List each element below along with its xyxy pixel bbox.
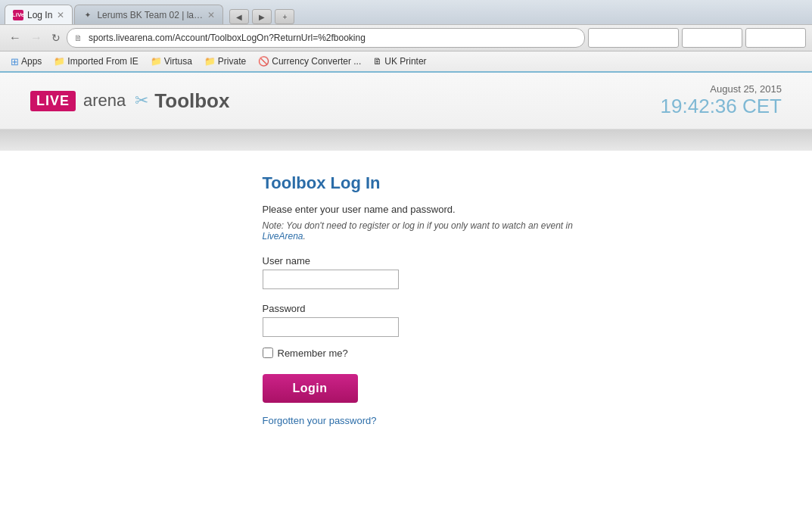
forward-button[interactable]: → (27, 30, 45, 46)
remember-label[interactable]: Remember me? (278, 348, 348, 359)
login-note-text: Note: You don't need to register or log … (263, 220, 573, 242)
crowd-silhouette (0, 469, 812, 474)
tab-favicon-lerums: ✦ (82, 10, 93, 20)
tab-close-lerums[interactable]: ✕ (207, 10, 215, 20)
folder-icon-imported: 📁 (54, 56, 65, 67)
username-group: User name (263, 255, 596, 289)
login-button[interactable]: Login (263, 374, 358, 403)
bookmark-private[interactable]: 📁 Private (200, 55, 250, 68)
tab-label-login: Log In (27, 10, 52, 20)
scissors-icon: ✂ (135, 91, 148, 111)
main-area: Toolbox Log In Please enter your user na… (0, 151, 812, 454)
tab-login[interactable]: LiVe Log In ✕ (5, 5, 73, 24)
bookmark-virtusa-label: Virtusa (164, 56, 192, 67)
logo-arena: arena (83, 91, 126, 111)
forgot-password-link[interactable]: Forgotten your password? (263, 415, 596, 426)
url-input[interactable] (67, 28, 585, 48)
folder-icon-virtusa: 📁 (151, 56, 162, 67)
bookmark-apps-label: Apps (21, 56, 42, 67)
gray-banner (0, 129, 812, 151)
apps-icon: ⊞ (11, 56, 19, 67)
bookmark-currency[interactable]: 🚫 Currency Converter ... (254, 55, 366, 68)
new-tab-btn[interactable]: + (275, 9, 294, 24)
reload-button[interactable]: ↻ (48, 30, 64, 45)
datetime-area: August 25, 2015 19:42:36 CET (661, 83, 782, 118)
livearena-link[interactable]: LiveArena (263, 231, 303, 242)
currency-icon: 🚫 (258, 56, 269, 67)
logo-toolbox: Toolbox (154, 89, 229, 113)
page-content: LIVE arena ✂ Toolbox August 25, 2015 19:… (0, 73, 812, 474)
password-label: Password (263, 303, 596, 314)
back-button[interactable]: ← (6, 30, 24, 46)
tab-favicon-live: LiVe (13, 10, 23, 20)
login-title: Toolbox Log In (263, 173, 596, 193)
logo-live: LIVE (30, 91, 76, 111)
date-display: August 25, 2015 (661, 83, 782, 95)
tab-bar: LiVe Log In ✕ ✦ Lerums BK Team 02 | lage… (0, 0, 812, 24)
bookmark-apps[interactable]: ⊞ Apps (6, 55, 46, 69)
url-page-icon: 🗎 (74, 33, 82, 42)
login-section: Toolbox Log In Please enter your user na… (217, 173, 596, 426)
remember-checkbox[interactable] (263, 348, 273, 358)
tab-forward-btn[interactable]: ▶ (252, 9, 272, 24)
tab-close-login[interactable]: ✕ (57, 10, 64, 20)
username-input[interactable] (263, 270, 399, 289)
search-input-2[interactable] (682, 28, 742, 48)
time-display: 19:42:36 CET (661, 95, 782, 118)
search-input-1[interactable] (588, 28, 679, 48)
bookmark-private-label: Private (218, 56, 246, 67)
tab-controls: ◀ ▶ + (229, 9, 294, 24)
login-note: Note: You don't need to register or log … (263, 220, 596, 242)
password-group: Password (263, 303, 596, 337)
bookmark-virtusa[interactable]: 📁 Virtusa (146, 55, 197, 68)
remember-row: Remember me? (263, 348, 596, 359)
tab-label-lerums: Lerums BK Team 02 | lage... (97, 10, 203, 20)
login-description: Please enter your user name and password… (263, 202, 596, 217)
bookmark-ukprinter-label: UK Printer (384, 56, 426, 67)
url-bar-wrap: 🗎 (67, 28, 585, 48)
bookmarks-bar: ⊞ Apps 📁 Imported From IE 📁 Virtusa 📁 Pr… (0, 51, 812, 73)
bookmark-currency-label: Currency Converter ... (272, 56, 361, 67)
address-bar: ← → ↻ 🗎 (0, 24, 812, 51)
username-label: User name (263, 255, 596, 267)
bookmark-imported-label: Imported From IE (67, 56, 138, 67)
tab-lerums[interactable]: ✦ Lerums BK Team 02 | lage... ✕ (74, 5, 223, 24)
site-header: LIVE arena ✂ Toolbox August 25, 2015 19:… (0, 73, 812, 129)
logo-area: LIVE arena ✂ Toolbox (30, 89, 229, 113)
ukprinter-icon: 🗎 (373, 56, 382, 67)
password-input[interactable] (263, 317, 399, 337)
folder-icon-private: 📁 (204, 56, 216, 67)
bookmark-imported-from-ie[interactable]: 📁 Imported From IE (49, 55, 142, 68)
browser-chrome: LiVe Log In ✕ ✦ Lerums BK Team 02 | lage… (0, 0, 812, 73)
bookmark-ukprinter[interactable]: 🗎 UK Printer (369, 55, 431, 68)
search-input-3[interactable] (745, 28, 806, 48)
tab-back-btn[interactable]: ◀ (229, 9, 249, 24)
